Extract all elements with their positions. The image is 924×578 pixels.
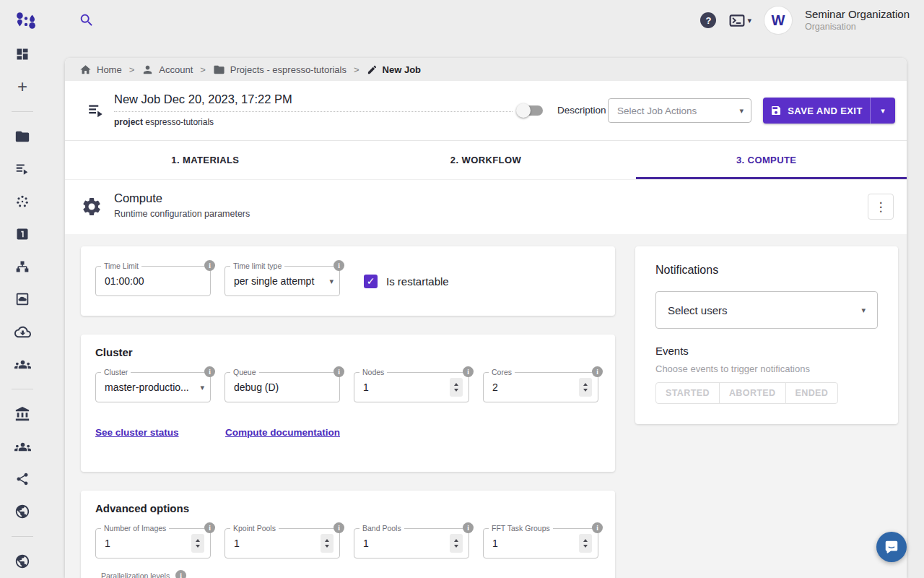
- see-cluster-status-link[interactable]: See cluster status: [95, 427, 179, 438]
- org-name: Seminar Organization: [805, 8, 910, 22]
- job-actions-select[interactable]: Select Job Actions ▾: [608, 98, 751, 123]
- avatar[interactable]: W: [764, 7, 792, 34]
- field-label: Kpoint Pools: [230, 524, 279, 532]
- stepper-control[interactable]: [191, 534, 204, 553]
- number-of-images-stepper[interactable]: Number of Images 1 i: [95, 528, 211, 558]
- jobs-list-icon[interactable]: [14, 160, 31, 178]
- compute-documentation-link[interactable]: Compute documentation: [225, 427, 340, 438]
- add-icon[interactable]: +: [14, 78, 31, 95]
- save-and-exit-button[interactable]: SAVE AND EXIT ▾: [763, 98, 895, 124]
- is-restartable-checkbox[interactable]: ✓ Is restartable: [364, 266, 449, 296]
- compute-title: Compute: [114, 191, 250, 205]
- event-started-button[interactable]: STARTED: [655, 382, 720, 404]
- save-icon: [770, 105, 782, 116]
- select-users-dropdown[interactable]: Select users ▾: [655, 291, 878, 329]
- events-subtitle: Choose events to trigger notifications: [655, 363, 810, 374]
- kebab-menu-button[interactable]: ⋮: [868, 194, 894, 220]
- cores-stepper[interactable]: Cores 2 i: [483, 372, 598, 402]
- search-icon[interactable]: [74, 7, 100, 33]
- compute-section-header: Compute Runtime configuration parameters…: [65, 180, 907, 234]
- stepper-control[interactable]: [450, 534, 463, 553]
- cloud-upload-icon[interactable]: [14, 323, 31, 340]
- toggle-knob: [516, 103, 531, 118]
- kpoint-pools-stepper[interactable]: Kpoint Pools 1 i: [225, 528, 340, 558]
- parallelization-levels-label-row: Parallelization levels i: [101, 570, 186, 578]
- dashboard-icon[interactable]: [14, 46, 31, 63]
- team-icon[interactable]: [14, 355, 31, 373]
- gear-icon: [81, 196, 103, 220]
- chevron-down-icon: ▾: [739, 106, 744, 116]
- field-label: Queue: [230, 368, 259, 376]
- folder-icon[interactable]: [14, 128, 31, 145]
- fft-task-groups-stepper[interactable]: FFT Task Groups 1 i: [483, 528, 598, 558]
- time-limit-type-select[interactable]: Time limit type per single attempt ▾ i: [225, 266, 340, 296]
- description-toggle[interactable]: [518, 105, 543, 116]
- breadcrumb: Home > Account > Projects - espresso-tut…: [65, 58, 907, 81]
- save-menu-caret[interactable]: ▾: [871, 106, 895, 116]
- chevron-down-icon: ▾: [747, 17, 751, 25]
- compute-subtitle: Runtime configuration parameters: [114, 209, 250, 219]
- info-icon[interactable]: i: [592, 366, 603, 377]
- event-buttons-group: STARTED ABORTED ENDED: [655, 382, 838, 404]
- event-ended-button[interactable]: ENDED: [785, 382, 839, 404]
- tab-compute[interactable]: 3. COMPUTE: [626, 141, 907, 179]
- notifications-card: Notifications Select users ▾ Events Choo…: [635, 246, 898, 424]
- job-header: New Job Dec 20, 2023, 17:22 PM project e…: [65, 81, 907, 141]
- tab-workflow[interactable]: 2. WORKFLOW: [346, 141, 627, 179]
- info-icon[interactable]: i: [463, 522, 474, 533]
- field-label: Cluster: [101, 368, 131, 376]
- collaborators-icon[interactable]: [14, 438, 31, 455]
- field-label: Number of Images: [101, 524, 169, 532]
- queue-field[interactable]: Queue debug (D) i: [225, 372, 340, 402]
- looks-one-icon[interactable]: [14, 225, 31, 243]
- org-block[interactable]: Seminar Organization Organisation: [805, 8, 910, 33]
- workflows-tree-icon[interactable]: [14, 258, 31, 275]
- stepper-control[interactable]: [450, 378, 463, 397]
- field-label: Cores: [489, 368, 515, 376]
- info-icon[interactable]: i: [204, 522, 215, 533]
- org-type: Organisation: [805, 22, 910, 33]
- info-icon[interactable]: i: [175, 570, 186, 578]
- band-pools-stepper[interactable]: Band Pools 1 i: [354, 528, 469, 558]
- materials-dots-icon[interactable]: [14, 193, 31, 210]
- media-icon[interactable]: [14, 290, 31, 308]
- nodes-stepper[interactable]: Nodes 1 i: [354, 372, 469, 402]
- events-title: Events: [655, 345, 689, 357]
- info-icon[interactable]: i: [334, 366, 344, 377]
- pencil-icon: [367, 64, 378, 75]
- field-label: Parallelization levels: [101, 571, 170, 578]
- info-icon[interactable]: i: [204, 366, 215, 377]
- breadcrumb-home[interactable]: Home: [79, 64, 122, 76]
- info-icon[interactable]: i: [334, 260, 344, 271]
- stepper-control[interactable]: [321, 534, 334, 553]
- info-icon[interactable]: i: [592, 522, 603, 533]
- globe-icon[interactable]: [14, 503, 31, 520]
- person-icon: [141, 64, 154, 76]
- app-logo-icon[interactable]: [13, 9, 39, 32]
- share-icon[interactable]: [14, 470, 31, 488]
- chevron-right-icon: >: [200, 64, 206, 75]
- folder-icon: [213, 64, 225, 76]
- stepper-control[interactable]: [579, 378, 592, 397]
- info-icon[interactable]: i: [463, 366, 474, 377]
- time-limit-field[interactable]: Time Limit 01:00:00 i: [95, 266, 211, 296]
- info-icon[interactable]: i: [204, 260, 215, 271]
- info-icon[interactable]: i: [334, 522, 344, 533]
- console-icon[interactable]: ▾: [729, 14, 751, 27]
- compute-form-area: Time Limit 01:00:00 i Time limit type pe…: [65, 234, 907, 578]
- tab-materials[interactable]: 1. MATERIALS: [65, 141, 346, 179]
- job-title-input[interactable]: New Job Dec 20, 2023, 17:22 PM: [114, 92, 513, 112]
- field-label: FFT Task Groups: [489, 524, 553, 532]
- chat-bubble-button[interactable]: [876, 532, 907, 562]
- cluster-select[interactable]: Cluster master-productio... ▾ i: [95, 372, 211, 402]
- breadcrumb-account[interactable]: Account: [141, 64, 193, 76]
- breadcrumb-projects[interactable]: Projects - espresso-tutorials: [213, 64, 346, 76]
- breadcrumb-new-job[interactable]: New Job: [367, 64, 421, 75]
- description-toggle-label: Description: [557, 105, 606, 116]
- event-aborted-button[interactable]: ABORTED: [719, 382, 786, 404]
- help-icon[interactable]: ?: [700, 12, 716, 28]
- globe-partial-icon[interactable]: [14, 553, 31, 570]
- institution-icon[interactable]: [14, 405, 31, 423]
- active-tab-indicator: [636, 177, 907, 179]
- stepper-control[interactable]: [579, 534, 592, 553]
